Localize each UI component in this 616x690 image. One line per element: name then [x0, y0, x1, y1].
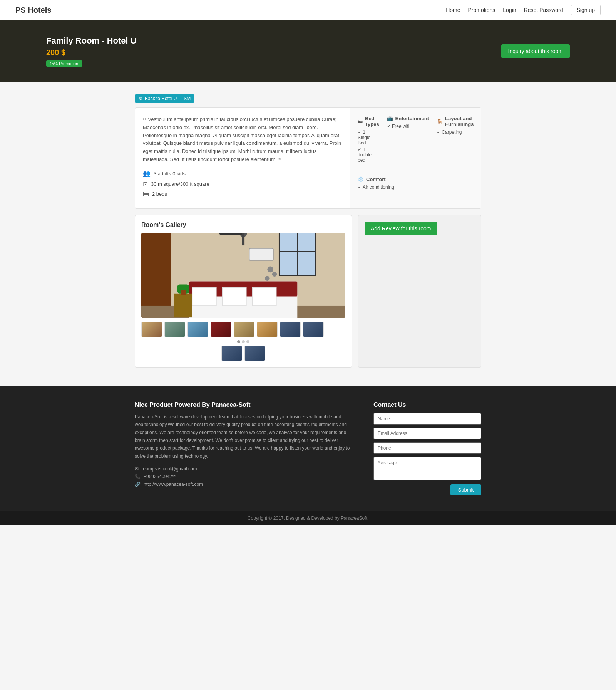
inquiry-button[interactable]: Inquiry about this room [501, 44, 570, 58]
gallery-thumb-2[interactable] [164, 322, 185, 337]
room-occupancy: 👥 3 adults 0 kids [143, 170, 342, 177]
room-amenities-section: 🛏 Bed Types 1 Single Bed 1 double bed 📺 … [350, 108, 481, 208]
gallery-thumbnails [141, 322, 345, 337]
gallery-thumb-1[interactable] [141, 322, 162, 337]
svg-rect-18 [252, 287, 276, 306]
beds-icon: 🛏 [143, 191, 149, 198]
footer-phone: 📞 +9592540942** [135, 474, 350, 479]
gallery-thumb-6[interactable] [257, 322, 278, 337]
nav-login[interactable]: Login [503, 7, 516, 13]
gallery-thumb-extra-2[interactable] [244, 346, 265, 361]
email-icon: ✉ [135, 466, 139, 472]
comfort-icon: ❄️ [358, 176, 364, 182]
nav-promotions[interactable]: Promotions [468, 7, 495, 13]
gallery-dot-1[interactable] [237, 340, 240, 343]
gallery-thumb-3[interactable] [187, 322, 208, 337]
svg-point-8 [267, 266, 273, 272]
room-details-card: “Vestibulum ante ipsum primis in faucibu… [135, 107, 481, 209]
room-description-section: “Vestibulum ante ipsum primis in faucibu… [135, 108, 350, 208]
gallery-main-image[interactable] [141, 233, 345, 318]
gallery-thumb-5[interactable] [234, 322, 254, 337]
gallery-thumb-4[interactable] [211, 322, 231, 337]
back-icon: ↻ [139, 96, 142, 101]
hero-content: Family Room - Hotel U 200 $ 45% Promotio… [46, 36, 501, 67]
nav-links: Home Promotions Login Reset Password Sig… [446, 5, 601, 15]
svg-point-9 [272, 272, 277, 276]
hero-banner: Family Room - Hotel U 200 $ 45% Promotio… [0, 20, 616, 82]
hero-price: 200 $ [46, 48, 501, 57]
occupancy-icon: 👥 [143, 170, 151, 177]
gallery-card: Room's Gallery [135, 215, 352, 368]
nav-reset-password[interactable]: Reset Password [524, 7, 563, 13]
svg-rect-2 [219, 233, 243, 235]
bed-icon: 🛏 [358, 119, 363, 124]
amenity-bed-types: 🛏 Bed Types 1 Single Bed 1 double bed [358, 116, 379, 164]
layout-title: 🪑 Layout and Furnishings [437, 116, 474, 127]
gallery-main-photo [141, 233, 345, 318]
gallery-thumb-7[interactable] [280, 322, 301, 337]
contact-title: Contact Us [373, 401, 481, 408]
svg-rect-19 [174, 294, 192, 317]
svg-rect-7 [249, 248, 273, 260]
review-section: Add Review for this room [358, 215, 481, 368]
amenity-layout: 🪑 Layout and Furnishings Carpeting [437, 116, 474, 164]
back-link-label: Back to Hotel U - TSM [145, 96, 191, 101]
gallery-title: Room's Gallery [141, 222, 345, 228]
navbar: PS Hotels Home Promotions Login Reset Pa… [0, 0, 616, 20]
lower-section: Room's Gallery [135, 215, 481, 368]
brand-logo: PS Hotels [15, 6, 51, 15]
link-icon: 🔗 [135, 482, 141, 487]
gallery-dot-3[interactable] [246, 340, 249, 343]
phone-icon: 📞 [135, 474, 141, 479]
svg-point-10 [265, 276, 270, 280]
footer-right: Contact Us Submit [373, 401, 481, 495]
gallery-dot-2[interactable] [242, 340, 245, 343]
svg-rect-21 [181, 290, 186, 295]
gallery-pagination [141, 340, 345, 343]
copyright-text: Copyright © 2017. Designed & Developed b… [248, 515, 368, 521]
layout-icon: 🪑 [437, 119, 443, 124]
size-icon: ⊡ [143, 180, 148, 188]
bed-type-1: 1 Single Bed [358, 129, 379, 146]
footer-description: Panacea-Soft is a software development t… [135, 413, 350, 460]
footer-left: Nice Product Powered By Panacea-Soft Pan… [135, 401, 350, 495]
comfort-title: ❄️ Comfort [358, 176, 473, 182]
main-content: ↻ Back to Hotel U - TSM “Vestibulum ante… [135, 88, 481, 380]
svg-rect-16 [192, 287, 216, 306]
copyright-bar: Copyright © 2017. Designed & Developed b… [0, 511, 616, 525]
entertainment-title: 📺 Entertainment [387, 116, 429, 121]
amenity-entertainment: 📺 Entertainment Free wifi [387, 116, 429, 164]
layout-1: Carpeting [437, 129, 474, 135]
room-meta: 👥 3 adults 0 kids ⊡ 30 m square/300 ft s… [143, 170, 342, 198]
footer-email: ✉ teamps.is.cool@gmail.com [135, 466, 350, 472]
contact-name-input[interactable] [373, 413, 481, 425]
footer-inner: Nice Product Powered By Panacea-Soft Pan… [135, 401, 481, 495]
footer: Nice Product Powered By Panacea-Soft Pan… [0, 386, 616, 511]
svg-rect-17 [222, 287, 246, 306]
contact-email-input[interactable] [373, 428, 481, 439]
svg-rect-12 [141, 233, 171, 318]
hero-promotion-badge: 45% Promotion! [46, 60, 82, 67]
nav-home[interactable]: Home [446, 7, 460, 13]
back-link[interactable]: ↻ Back to Hotel U - TSM [135, 94, 194, 103]
add-review-button[interactable]: Add Review for this room [365, 222, 437, 235]
contact-phone-input[interactable] [373, 442, 481, 454]
svg-rect-3 [242, 233, 244, 245]
gallery-thumb-8[interactable] [303, 322, 324, 337]
hero-title: Family Room - Hotel U [46, 36, 501, 46]
bed-type-2: 1 double bed [358, 147, 379, 163]
tv-icon: 📺 [387, 116, 393, 121]
contact-submit-button[interactable]: Submit [450, 484, 481, 495]
bed-types-title: 🛏 Bed Types [358, 116, 379, 127]
room-beds: 🛏 2 beds [143, 191, 342, 198]
contact-message-input[interactable] [373, 457, 481, 480]
signup-button[interactable]: Sign up [571, 5, 601, 15]
room-size: ⊡ 30 m square/300 ft square [143, 180, 342, 188]
comfort-1: Air conditioning [358, 185, 473, 190]
amenity-comfort: ❄️ Comfort Air conditioning [358, 176, 473, 190]
gallery-thumb-extra-1[interactable] [221, 346, 242, 361]
entertainment-1: Free wifi [387, 124, 429, 129]
footer-website: 🔗 http://www.panacea-soft.com [135, 482, 350, 487]
room-description-text: “Vestibulum ante ipsum primis in faucibu… [143, 116, 342, 164]
footer-brand: Nice Product Powered By Panacea-Soft [135, 401, 350, 408]
